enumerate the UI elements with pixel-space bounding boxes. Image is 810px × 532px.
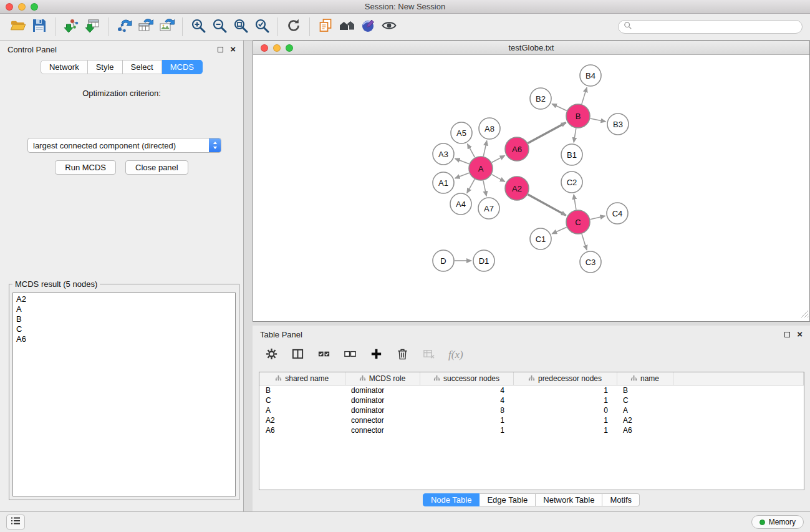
table-cell[interactable]: 8 [420, 405, 513, 415]
table-cell[interactable]: connector [345, 415, 420, 425]
edge-A-A7[interactable] [483, 181, 486, 196]
tab-motifs[interactable]: Motifs [602, 493, 640, 506]
table-cell[interactable]: C [259, 395, 345, 405]
table-cell[interactable]: C [617, 395, 673, 405]
delete-table-button[interactable] [422, 347, 435, 363]
mcds-result-item[interactable]: A [13, 304, 235, 314]
tab-edge-table[interactable]: Edge Table [480, 493, 536, 506]
node-D1[interactable]: D1 [473, 250, 494, 271]
node-C[interactable]: C [566, 210, 590, 234]
zoom-out-button[interactable] [209, 17, 230, 37]
table-cell[interactable]: 4 [420, 385, 513, 396]
node-C4[interactable]: C4 [607, 203, 628, 224]
table-settings-button[interactable] [265, 347, 278, 363]
table-cell[interactable]: A [617, 405, 673, 415]
export-network-button[interactable] [113, 17, 135, 37]
search-input[interactable] [635, 22, 797, 32]
tab-network-table[interactable]: Network Table [536, 493, 602, 506]
column-selector-button[interactable] [291, 347, 304, 363]
import-table-button[interactable] [82, 17, 103, 37]
node-C1[interactable]: C1 [530, 228, 551, 249]
float-panel-icon[interactable] [218, 47, 223, 52]
table-cell[interactable]: A2 [617, 415, 673, 425]
table-row[interactable]: Cdominator41C [259, 395, 804, 405]
edge-A-A8[interactable] [483, 141, 486, 157]
vizmap-button[interactable] [357, 17, 378, 37]
edge-B-B1[interactable] [574, 128, 576, 143]
zoom-in-button[interactable] [188, 17, 209, 37]
mcds-result-item[interactable]: B [13, 314, 235, 324]
node-A4[interactable]: A4 [450, 193, 471, 215]
network-window-titlebar[interactable]: testGlobe.txt [253, 41, 809, 55]
export-table-button[interactable] [135, 17, 156, 37]
edge-A-A3[interactable] [455, 158, 470, 164]
table-cell[interactable]: 1 [420, 415, 513, 425]
select-all-button[interactable] [317, 347, 330, 363]
tab-node-table[interactable]: Node Table [423, 493, 480, 506]
mcds-result-item[interactable]: A2 [13, 294, 235, 304]
node-A6[interactable]: A6 [505, 137, 529, 161]
table-cell[interactable]: 1 [513, 385, 617, 396]
table-cell[interactable]: dominator [345, 385, 420, 396]
close-table-panel-icon[interactable]: × [797, 331, 803, 338]
close-panel-button[interactable]: Close panel [125, 160, 188, 175]
export-image-button[interactable] [156, 17, 177, 37]
node-B1[interactable]: B1 [561, 144, 582, 165]
table-cell[interactable]: 1 [513, 425, 617, 435]
edge-B-B3[interactable] [591, 118, 606, 122]
table-cell[interactable]: 1 [513, 415, 617, 425]
node-A3[interactable]: A3 [433, 143, 454, 165]
minimize-window-button[interactable] [18, 3, 26, 11]
mcds-result-item[interactable]: A6 [13, 334, 235, 344]
edge-A-A4[interactable] [467, 179, 475, 193]
edge-B-B4[interactable] [582, 87, 587, 104]
zoom-selected-button[interactable] [251, 17, 272, 37]
edge-C-C3[interactable] [582, 234, 587, 250]
zoom-fit-button[interactable] [230, 17, 251, 37]
edge-A-A1[interactable] [455, 173, 470, 178]
float-table-panel-icon[interactable] [784, 332, 790, 337]
table-cell[interactable]: B [259, 385, 345, 396]
edge-A6-B[interactable] [528, 122, 566, 143]
node-C2[interactable]: C2 [561, 172, 582, 193]
network-zoom-button[interactable] [286, 44, 293, 52]
table-row[interactable]: A2connector11A2 [259, 415, 804, 425]
edge-A-A2[interactable] [492, 175, 505, 182]
table-cell[interactable]: A [259, 405, 345, 415]
node-A8[interactable]: A8 [479, 118, 500, 139]
edge-A2-C[interactable] [528, 195, 566, 216]
edge-B-B2[interactable] [552, 104, 567, 110]
zoom-window-button[interactable] [31, 3, 38, 11]
table-cell[interactable]: 1 [513, 395, 617, 405]
network-minimize-button[interactable] [273, 44, 281, 52]
mcds-result-list[interactable]: A2ABCA6 [12, 293, 236, 496]
node-B[interactable]: B [566, 104, 590, 128]
tab-mcds[interactable]: MCDS [162, 60, 203, 74]
table-cell[interactable]: A6 [617, 425, 673, 435]
deselect-all-button[interactable] [344, 347, 357, 363]
node-B3[interactable]: B3 [607, 114, 629, 135]
table-cell[interactable]: 4 [420, 395, 513, 405]
node-table[interactable]: shared nameMCDS rolesuccessor nodesprede… [259, 372, 804, 490]
table-row[interactable]: Adominator80A [259, 405, 804, 415]
node-A2[interactable]: A2 [505, 177, 529, 200]
edge-A-A5[interactable] [468, 144, 475, 158]
mcds-result-item[interactable]: C [13, 324, 235, 334]
node-A1[interactable]: A1 [433, 172, 454, 193]
table-cell[interactable]: connector [345, 425, 420, 435]
network-canvas[interactable]: AA1A2A3A4A5A6A7A8BB1B2B3B4CC1C2C3C4DD1 [253, 55, 809, 321]
save-session-button[interactable] [29, 17, 50, 37]
first-neighbors-button[interactable] [336, 17, 357, 37]
tab-style[interactable]: Style [88, 60, 123, 74]
node-C3[interactable]: C3 [580, 251, 601, 273]
add-column-button[interactable] [370, 347, 383, 363]
table-cell[interactable]: dominator [345, 395, 420, 405]
table-cell[interactable]: 0 [513, 405, 617, 415]
node-A[interactable]: A [469, 157, 493, 180]
network-snapshot-button[interactable] [315, 17, 336, 37]
global-search-field[interactable] [618, 20, 803, 34]
import-network-button[interactable] [60, 17, 82, 37]
refresh-button[interactable] [283, 17, 304, 37]
tab-network[interactable]: Network [41, 60, 88, 74]
delete-column-button[interactable] [396, 347, 409, 363]
